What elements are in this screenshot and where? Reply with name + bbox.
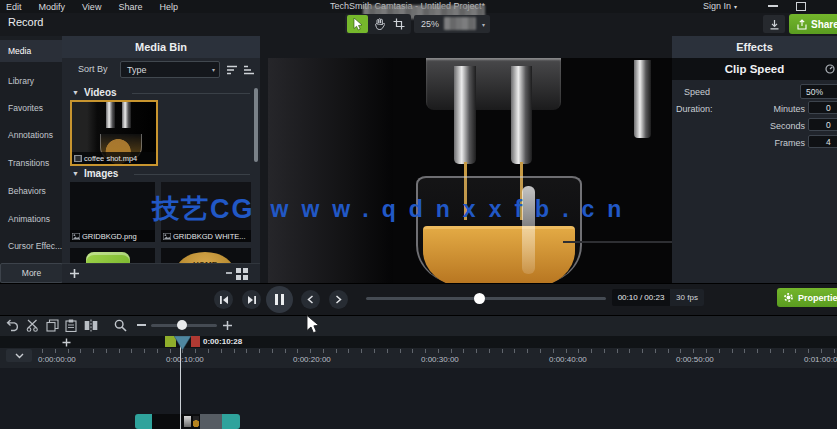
properties-button[interactable]: Properties	[777, 288, 837, 307]
cursor-icon	[352, 18, 363, 31]
zoom-in-button[interactable]	[222, 320, 233, 331]
next-frame-button[interactable]	[242, 290, 261, 309]
previous-frame-button[interactable]	[214, 290, 233, 309]
glass-cup	[416, 176, 582, 283]
sort-descending-button[interactable]	[241, 61, 257, 78]
minutes-input[interactable]: 0	[808, 101, 837, 114]
out-point-marker[interactable]	[191, 336, 200, 347]
video-preview[interactable]	[268, 58, 672, 283]
download-icon	[769, 19, 780, 30]
export-local-button[interactable]	[763, 15, 785, 33]
collapse-tracks-button[interactable]	[6, 349, 32, 362]
sidebar-item-media[interactable]: Media	[0, 40, 62, 62]
ruler-label: 0:00:40:00	[549, 355, 587, 364]
ruler-top-strip	[0, 336, 837, 348]
pause-button[interactable]	[266, 286, 293, 313]
crop-tool-button[interactable]	[389, 15, 409, 33]
cut-icon[interactable]	[26, 319, 39, 332]
step-back-button[interactable]	[301, 290, 320, 309]
timeline-zoom-handle[interactable]	[177, 320, 187, 330]
canvas-zoom-dropdown[interactable]: 25% ▾	[414, 15, 490, 33]
record-button[interactable]: Record	[8, 16, 43, 28]
sort-by-dropdown[interactable]: Type ▾	[120, 61, 220, 78]
effects-title: Effects	[672, 36, 837, 58]
sort-by-label: Sort By	[78, 64, 108, 74]
divider	[132, 93, 250, 94]
gear-icon	[783, 292, 794, 303]
clip-right-handle[interactable]	[222, 414, 240, 429]
media-item-gridbkgd-white[interactable]: GRIDBKGD WHITE...	[161, 182, 251, 242]
clip-body[interactable]	[152, 414, 200, 429]
restore-button[interactable]	[796, 2, 806, 11]
ruler-label: 0:00:10:00	[166, 355, 204, 364]
frames-label: Frames	[722, 138, 805, 148]
playhead-time: 0:00:10:28	[203, 337, 242, 346]
duration-label: Duration:	[676, 104, 713, 114]
sidebar-item-behaviors[interactable]: Behaviors	[0, 182, 62, 200]
copy-icon[interactable]	[46, 319, 59, 332]
speed-input[interactable]: 50%	[800, 84, 837, 99]
pause-icon	[275, 294, 284, 305]
triangle-down-icon: ▼	[72, 170, 79, 177]
seconds-input[interactable]: 0	[808, 118, 837, 131]
sort-ascending-button[interactable]	[224, 61, 240, 78]
ruler-ticks	[42, 349, 837, 353]
sidebar-more-button[interactable]: More	[0, 263, 63, 283]
canvas-area	[260, 36, 672, 283]
menu-modify[interactable]: Modify	[39, 2, 66, 12]
sidebar-item-transitions[interactable]: Transitions	[0, 154, 62, 172]
cursor-tool-button[interactable]	[347, 15, 368, 33]
pan-tool-button[interactable]	[369, 15, 389, 33]
media-item-gridbkgd[interactable]: GRIDBKGD.png	[70, 182, 155, 242]
menu-share[interactable]: Share	[118, 2, 142, 12]
clip-body-gray[interactable]	[200, 414, 222, 429]
triangle-down-icon: ▼	[72, 89, 79, 96]
ruler-label: 0:00:20:00	[293, 355, 331, 364]
menu-view[interactable]: View	[82, 2, 101, 12]
videos-section-header[interactable]: ▼ Videos	[72, 87, 117, 98]
split-icon[interactable]	[84, 319, 98, 332]
sidebar-item-annotations[interactable]: Annotations	[0, 126, 62, 144]
machine-body	[268, 58, 393, 283]
image-icon	[163, 233, 171, 240]
media-bin-scrollbar[interactable]	[254, 88, 258, 162]
clip-left-handle[interactable]	[135, 414, 152, 429]
add-media-button[interactable]	[66, 266, 82, 281]
espresso	[423, 226, 575, 283]
sidebar-item-favorites[interactable]: Favorites	[0, 99, 62, 117]
zoom-out-button[interactable]	[137, 324, 146, 326]
clip-speed-header[interactable]: Clip Speed	[672, 58, 837, 80]
tools-sidebar: Media Library Favorites Annotations Tran…	[0, 36, 63, 283]
chevron-down-icon: ▾	[482, 21, 485, 28]
sidebar-item-animations[interactable]: Animations	[0, 210, 62, 228]
frames-input[interactable]: 4	[808, 135, 837, 148]
menu-help[interactable]: Help	[159, 2, 178, 12]
upload-icon	[797, 19, 807, 30]
paste-icon[interactable]	[65, 319, 77, 332]
menu-edit[interactable]: Edit	[6, 2, 22, 12]
tracks-area[interactable]	[0, 368, 837, 429]
media-item-coffee-shot[interactable]: coffee shot.mp4	[70, 100, 158, 166]
grid-view-icon[interactable]	[234, 267, 249, 281]
machine-housing	[426, 58, 561, 110]
thumbnail-size-minus[interactable]	[226, 272, 232, 274]
hand-icon	[374, 18, 385, 30]
media-bin-title: Media Bin	[62, 36, 260, 58]
preview-scrubber[interactable]	[366, 297, 606, 300]
chevron-down-icon: ▾	[212, 66, 215, 73]
time-display: 00:10 / 00:23	[612, 289, 670, 306]
playhead-marker[interactable]	[174, 336, 191, 350]
sign-in-button[interactable]: Sign In▾	[703, 1, 737, 11]
scrubber-handle[interactable]	[474, 293, 485, 304]
film-icon	[74, 155, 82, 162]
share-button[interactable]: Share	[789, 14, 837, 34]
step-forward-button[interactable]	[329, 290, 348, 309]
ruler-label: 0:00:00:00	[38, 355, 76, 364]
undo-icon[interactable]	[6, 319, 20, 332]
sidebar-item-library[interactable]: Library	[0, 72, 62, 90]
sidebar-item-cursor-effects[interactable]: Cursor Effec...	[0, 237, 62, 255]
add-track-button[interactable]	[58, 337, 74, 348]
images-section-header[interactable]: ▼ Images	[72, 168, 118, 179]
chevron-down-icon: ▾	[734, 3, 737, 10]
minimize-button[interactable]	[768, 5, 778, 7]
